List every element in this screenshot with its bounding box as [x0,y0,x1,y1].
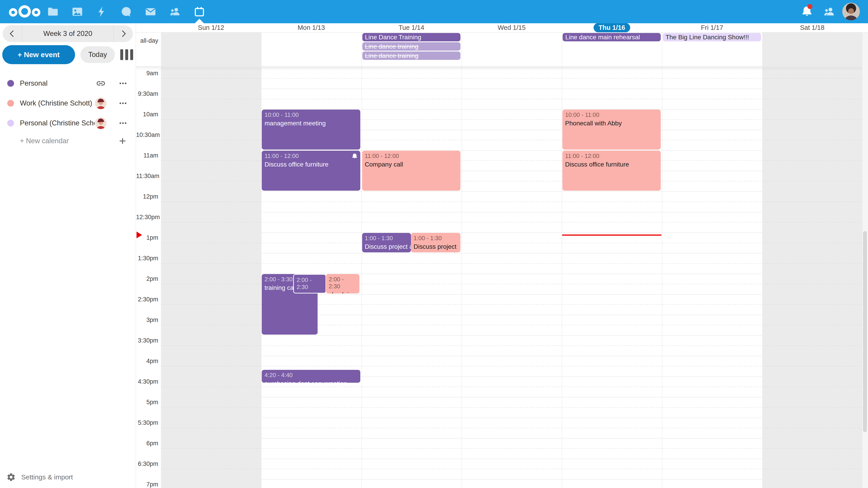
calendar-actions-menu-icon[interactable] [118,98,128,108]
grid-line-quarter-hour [161,78,862,78]
event-time: 1:00 - 1:30 [414,235,458,242]
grid-line-quarter-hour [161,242,862,243]
week-navigation: Week 3 of 2020 [3,25,133,42]
day-column-divider [261,23,261,488]
previous-week-button[interactable] [3,25,22,42]
new-calendar-button[interactable]: + New calendar [0,133,135,149]
grid-line-quarter-hour [161,346,862,346]
grid-line-quarter-hour [161,222,862,223]
view-switcher-icon[interactable] [120,49,133,60]
view-bar [120,49,123,60]
day-header-fri[interactable]: Fri 1/17 [662,23,762,32]
settings-import-button[interactable]: Settings & import [0,470,135,484]
calendar-list-item[interactable]: Personal [0,73,135,93]
event-title: check-in [297,292,323,293]
time-gutter-label: 9:30am [136,90,158,97]
day-header-sun[interactable]: Sun 1/12 [161,23,261,32]
event-phonecall-with-abby[interactable]: 10:00 - 11:00Phonecall with Abby [562,109,661,150]
event-title: management meeting [265,120,358,127]
calendar-name: Personal (Christine Scho... [20,119,94,127]
calendar-actions-menu-icon[interactable] [118,78,128,88]
grid-line-quarter-hour [161,448,862,449]
grid-line-half-hour [161,459,862,459]
allday-event[interactable]: The Big Line Dancing Show!!! [663,33,761,41]
calendar-color-dot [7,80,14,87]
grid-line-half-hour [161,479,862,480]
grid-line-half-hour [161,253,862,254]
next-week-button[interactable] [114,25,133,42]
calendar-list-item[interactable]: Personal (Christine Scho... [0,113,135,133]
event-management-meeting[interactable]: 10:00 - 11:00management meeting [262,109,360,150]
allday-event[interactable]: Line dance main rehearsal [563,33,661,41]
day-header-mon[interactable]: Mon 1/13 [261,23,361,32]
time-gutter-label: 3pm [136,317,158,324]
day-header-label: Mon 1/13 [298,24,325,31]
day-header-tue[interactable]: Tue 1/14 [362,23,462,32]
app-contacts-icon[interactable] [163,0,187,23]
event-time: 11:00 - 12:00 [365,153,458,160]
day-header-sat[interactable]: Sat 1/18 [762,23,862,32]
time-gutter-label: 12pm [136,193,158,200]
grid-line-half-hour [161,89,862,89]
time-gutter-label: 12:30pm [136,214,158,221]
grid-line-quarter-hour [161,99,862,99]
vertical-scrollbar[interactable] [862,23,868,488]
nextcloud-logo[interactable] [8,4,41,19]
week-label[interactable]: Week 3 of 2020 [22,25,114,42]
event-title: Phonecall with Abby [565,120,658,127]
day-header-label: Fri 1/17 [701,24,723,31]
event-check-in[interactable]: 2:00 - 2:30check-in [326,274,360,293]
app-files-icon[interactable] [41,0,65,23]
event-discuss-project-announcement[interactable]: 1:00 - 1:30Discuss project announcement [362,233,411,252]
event-discuss-office-furniture[interactable]: 11:00 - 12:00Discuss office furniture [262,151,360,191]
calendar-color-dot [7,100,14,107]
app-mail-icon[interactable] [138,0,163,23]
calendar-week-view[interactable]: Sun 1/12Mon 1/13Tue 1/14Wed 1/15Thu 1/16… [136,23,868,488]
event-title: Discuss office furniture [565,161,658,168]
grid-line-half-hour [161,232,862,233]
app-activity-icon[interactable] [90,0,114,23]
calendar-name: Work (Christine Schott) [20,99,92,107]
today-date-pill: Thu 1/16 [594,23,630,32]
day-header-thu[interactable]: Thu 1/16 [562,23,662,32]
weekend-column-background [762,32,862,488]
allday-event[interactable]: Line dance training [362,42,460,51]
event-discuss-office-furniture[interactable]: 11:00 - 12:00Discuss office furniture [562,151,661,191]
event-time: 2:00 - 2:30 [329,276,357,290]
grid-line-half-hour [161,335,862,336]
today-button[interactable]: Today [81,46,115,63]
grid-line-quarter-hour [161,469,862,469]
time-gutter-label: 5pm [136,399,158,406]
grid-line-quarter-hour [161,428,862,428]
grid-line-half-hour [161,212,862,213]
notifications-bell-icon[interactable] [801,5,813,18]
event-check-in[interactable]: 2:00 - 2:30check-in [293,274,326,293]
day-column-divider [662,23,662,488]
user-avatar[interactable] [842,3,860,20]
allday-event[interactable]: Line dance training [362,52,460,60]
day-header-wed[interactable]: Wed 1/15 [462,23,562,32]
time-gutter-label: 11:30am [136,173,158,180]
event-discuss-project-announcement[interactable]: 1:00 - 1:30Discuss project announcement [411,233,460,252]
current-time-line [562,234,661,236]
share-link-icon[interactable] [95,77,107,89]
app-photos-icon[interactable] [65,0,90,23]
calendar-name: Personal [20,79,48,88]
calendar-sidebar: Week 3 of 2020 + New event Today Persona… [0,23,136,488]
event-company-call[interactable]: 11:00 - 12:00Company call [362,151,460,191]
calendar-actions-menu-icon[interactable] [118,118,128,128]
day-column-divider [462,23,462,488]
scrollbar-thumb[interactable] [863,231,867,432]
day-column-divider [161,23,161,488]
event-title: purchasing dept conversation [265,380,358,383]
time-gutter-label: 5:30pm [136,419,158,426]
app-talk-icon[interactable] [114,0,138,23]
grid-line-quarter-hour [161,201,862,202]
time-gutter-label: 6pm [136,440,158,447]
grid-line-quarter-hour [161,366,862,366]
calendar-list-item[interactable]: Work (Christine Schott) [0,93,135,113]
contacts-menu-icon[interactable] [823,5,835,18]
new-event-button[interactable]: + New event [2,45,75,64]
allday-event[interactable]: Line Dance Training [362,33,460,41]
event-purchasing-dept-conversation[interactable]: 4:20 - 4:40purchasing dept conversation [262,370,360,383]
